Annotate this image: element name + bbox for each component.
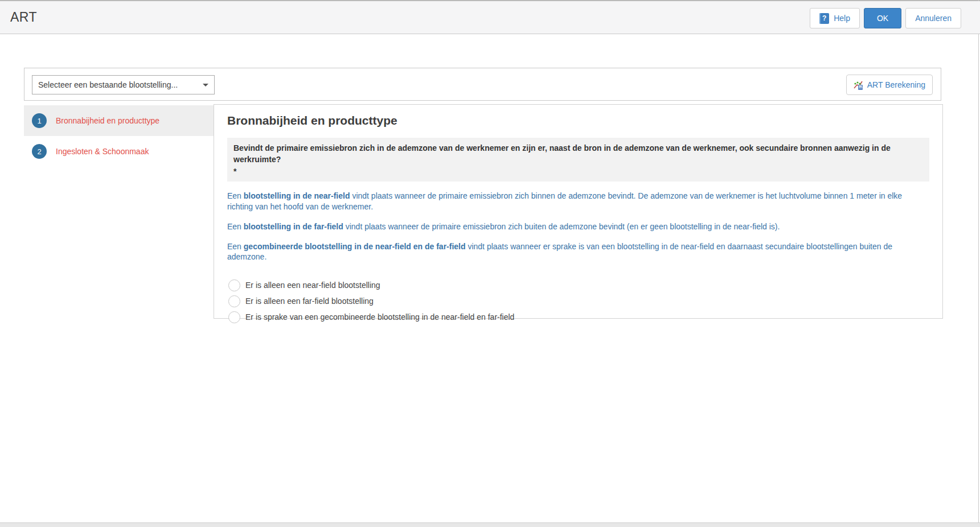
page-title: ART [10,10,37,25]
paragraph-bold-text: gecombineerde blootstelling in de near-f… [244,242,466,251]
art-calculation-button[interactable]: ART Berekening [846,75,933,95]
existing-exposure-select-value: Selecteer een bestaande blootstelling... [38,80,178,89]
header-bar: ART ? Help OK Annuleren [0,1,980,34]
chevron-down-icon [203,84,208,87]
question-text-block: Bevindt de primaire emissiebron zich in … [227,138,929,182]
answer-options: Er is alleen een near-field blootstellin… [228,277,929,325]
step-1-label: Bronnabijheid en producttype [56,116,159,125]
radio-option-near-field[interactable]: Er is alleen een near-field blootstellin… [228,277,929,293]
calculation-chart-icon [854,80,863,90]
help-button[interactable]: ? Help [810,8,860,28]
panel-title: Bronnabijheid en producttype [227,114,929,127]
required-marker: * [233,166,923,177]
radio-button-icon[interactable] [228,279,240,291]
info-paragraph-near-field: Een blootstelling in de near-field vindt… [227,191,925,212]
paragraph-text: vindt plaats wanneer de primaire emissie… [343,222,780,231]
question-text: Bevindt de primaire emissiebron zich in … [233,143,891,164]
radio-option-label: Er is alleen een near-field blootstellin… [245,281,380,290]
radio-option-far-field[interactable]: Er is alleen een far-field blootstelling [228,293,929,309]
page-bottom-bar [0,522,980,527]
step-1-number-badge: 1 [32,113,47,128]
radio-option-label: Er is alleen een far-field blootstelling [245,297,374,306]
step-2-number-badge: 2 [32,144,47,159]
sidebar-item-step-2[interactable]: 2 Ingesloten & Schoonmaak [24,136,214,167]
radio-button-icon[interactable] [228,311,240,323]
wizard-steps-sidebar: 1 Bronnabijheid en producttype 2 Ingeslo… [24,105,214,167]
sidebar-item-step-1[interactable]: 1 Bronnabijheid en producttype [24,105,214,136]
paragraph-bold-text: blootstelling in de far-field [244,222,343,231]
page-right-border [978,0,979,527]
radio-option-label: Er is sprake van een gecombineerde bloot… [245,312,514,322]
header-buttons: ? Help OK Annuleren [810,8,961,28]
paragraph-text: Een [227,242,244,251]
radio-option-combined[interactable]: Er is sprake van een gecombineerde bloot… [228,309,929,325]
paragraph-bold-text: blootstelling in de near-field [244,191,350,200]
existing-exposure-select[interactable]: Selecteer een bestaande blootstelling... [32,75,215,94]
cancel-button[interactable]: Annuleren [905,8,961,28]
help-button-label: Help [834,14,850,23]
question-panel: Bronnabijheid en producttype Bevindt de … [214,104,943,319]
exposure-toolbar: Selecteer een bestaande blootstelling...… [24,68,941,101]
paragraph-text: Een [227,222,244,231]
info-paragraph-far-field: Een blootstelling in de far-field vindt … [227,221,925,232]
step-2-label: Ingesloten & Schoonmaak [56,147,149,156]
ok-button[interactable]: OK [864,8,901,28]
info-paragraph-combined: Een gecombineerde blootstelling in de ne… [227,241,925,263]
paragraph-text: Een [227,191,244,200]
radio-button-icon[interactable] [228,295,240,307]
art-calculation-label: ART Berekening [867,80,925,89]
help-book-icon: ? [819,13,829,24]
